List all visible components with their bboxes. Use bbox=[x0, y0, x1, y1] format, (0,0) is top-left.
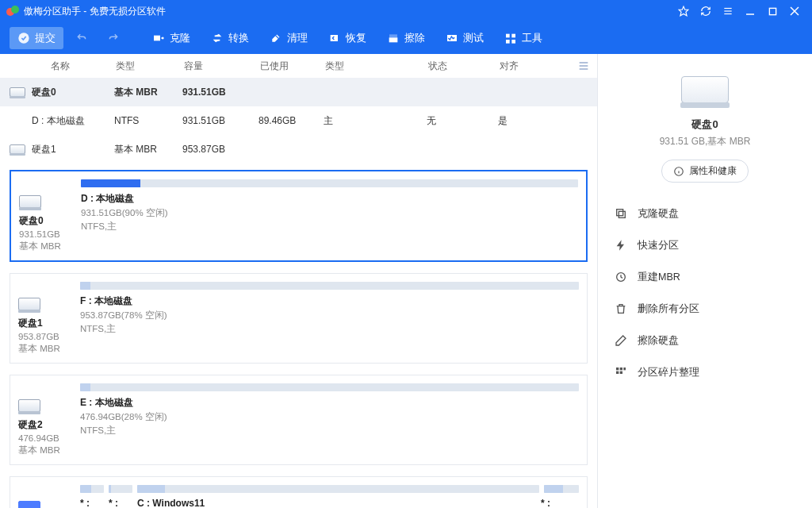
col-type2: 类型 bbox=[316, 60, 419, 73]
convert-button[interactable]: 转换 bbox=[203, 27, 257, 49]
col-type: 类型 bbox=[106, 60, 174, 73]
favorite-button[interactable] bbox=[672, 0, 695, 22]
trash-icon bbox=[614, 302, 628, 316]
bolt-icon bbox=[614, 238, 628, 252]
svg-rect-21 bbox=[511, 34, 515, 38]
side-disk-name: 硬盘0 bbox=[691, 117, 718, 132]
svg-rect-22 bbox=[506, 40, 510, 44]
drive-icon bbox=[681, 76, 729, 103]
disk-icon bbox=[10, 87, 25, 97]
recover-button[interactable]: 恢复 bbox=[320, 27, 374, 49]
svg-rect-34 bbox=[620, 368, 622, 370]
col-used: 已使用 bbox=[251, 60, 316, 73]
disk-icon bbox=[18, 399, 40, 412]
table-row-disk1[interactable]: 硬盘1 基本 MBR 953.87GB bbox=[0, 135, 597, 164]
window-title: 傲梅分区助手 - 免费无损分区软件 bbox=[24, 5, 672, 18]
main-panel: 名称 类型 容量 已使用 类型 状态 对齐 硬盘0 基本 MBR 931.51G… bbox=[0, 54, 598, 508]
refresh-button[interactable] bbox=[695, 0, 717, 22]
svg-rect-23 bbox=[511, 40, 515, 44]
tools-button[interactable]: 工具 bbox=[496, 27, 550, 49]
action-delete-all[interactable]: 删除所有分区 bbox=[612, 298, 798, 319]
disk-icon bbox=[19, 195, 41, 208]
svg-rect-13 bbox=[389, 37, 398, 42]
titlebar: 傲梅分区助手 - 免费无损分区软件 bbox=[0, 0, 812, 22]
table-row-part-d[interactable]: D : 本地磁盘 NTFS 931.51GB 89.46GB 主 无 是 bbox=[0, 106, 597, 135]
cleanup-button[interactable]: 清理 bbox=[262, 27, 316, 49]
disk-icon bbox=[18, 501, 40, 508]
disk-card-3[interactable]: 硬盘3 238.47GB 基本 GPT * :300...FAT... * :1… bbox=[10, 476, 588, 508]
action-clone-disk[interactable]: 克隆硬盘 bbox=[612, 203, 798, 224]
disk-icon bbox=[10, 144, 25, 154]
health-button[interactable]: 属性和健康 bbox=[661, 160, 749, 183]
eraser-icon bbox=[614, 333, 628, 348]
svg-rect-11 bbox=[154, 36, 160, 41]
info-icon bbox=[673, 166, 684, 177]
col-size: 容量 bbox=[174, 60, 251, 73]
maximize-button[interactable] bbox=[761, 0, 783, 22]
grid-icon bbox=[614, 365, 628, 379]
submit-button[interactable]: 提交 bbox=[10, 27, 63, 49]
app-logo bbox=[6, 5, 19, 17]
action-wipe-disk[interactable]: 擦除硬盘 bbox=[612, 330, 798, 351]
svg-point-1 bbox=[11, 6, 19, 13]
table-row-disk0[interactable]: 硬盘0 基本 MBR 931.51GB bbox=[0, 78, 597, 106]
main-toolbar: 提交 克隆 转换 清理 恢复 擦除 测试 工具 bbox=[0, 22, 812, 54]
svg-rect-20 bbox=[506, 34, 510, 38]
svg-rect-35 bbox=[623, 368, 626, 370]
svg-rect-31 bbox=[617, 210, 623, 216]
action-quick-partition[interactable]: 快速分区 bbox=[612, 235, 798, 256]
undo-button[interactable] bbox=[68, 27, 95, 49]
svg-rect-7 bbox=[769, 8, 776, 14]
col-name: 名称 bbox=[5, 60, 106, 73]
menu-button[interactable] bbox=[717, 0, 739, 22]
rebuild-icon bbox=[614, 270, 628, 284]
col-align: 对齐 bbox=[490, 60, 538, 73]
disk-cards: 硬盘0 931.51GB 基本 MBR D : 本地磁盘 931.51GB(90… bbox=[0, 164, 597, 508]
side-disk-info: 931.51 GB,基本 MBR bbox=[660, 135, 751, 148]
wipe-button[interactable]: 擦除 bbox=[379, 27, 433, 49]
test-button[interactable]: 测试 bbox=[438, 27, 492, 49]
disk-card-1[interactable]: 硬盘1 953.87GB 基本 MBR F : 本地磁盘 953.87GB(78… bbox=[10, 273, 588, 364]
col-status: 状态 bbox=[419, 60, 490, 73]
disk-table: 硬盘0 基本 MBR 931.51GB D : 本地磁盘 NTFS 931.51… bbox=[0, 78, 597, 164]
action-rebuild-mbr[interactable]: 重建MBR bbox=[612, 267, 798, 287]
side-panel: 硬盘0 931.51 GB,基本 MBR 属性和健康 克隆硬盘 快速分区 重建M… bbox=[598, 54, 812, 508]
svg-marker-2 bbox=[679, 6, 688, 16]
svg-rect-37 bbox=[620, 371, 622, 374]
copy-icon bbox=[614, 206, 628, 221]
table-header: 名称 类型 容量 已使用 类型 状态 对齐 bbox=[0, 54, 597, 78]
close-button[interactable] bbox=[783, 0, 806, 22]
minimize-button[interactable] bbox=[739, 0, 761, 22]
svg-rect-36 bbox=[616, 371, 619, 374]
view-toggle-button[interactable] bbox=[570, 54, 597, 78]
svg-rect-30 bbox=[619, 211, 625, 217]
redo-button[interactable] bbox=[100, 27, 127, 49]
disk-card-0[interactable]: 硬盘0 931.51GB 基本 MBR D : 本地磁盘 931.51GB(90… bbox=[10, 170, 588, 262]
disk-card-2[interactable]: 硬盘2 476.94GB 基本 MBR E : 本地磁盘 476.94GB(28… bbox=[10, 375, 588, 465]
disk-icon bbox=[18, 298, 40, 310]
svg-rect-12 bbox=[331, 35, 338, 41]
action-defrag[interactable]: 分区碎片整理 bbox=[612, 362, 798, 383]
svg-rect-33 bbox=[616, 368, 619, 370]
clone-button[interactable]: 克隆 bbox=[144, 27, 198, 49]
